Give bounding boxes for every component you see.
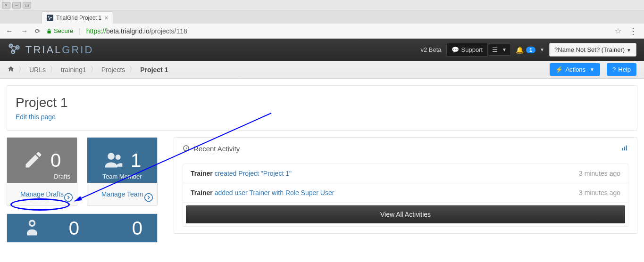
support-button[interactable]: 💬 Support: [446, 43, 488, 57]
activity-link[interactable]: added user Trainer with Role Super User: [215, 189, 335, 196]
tab-title: TrialGrid Project 1: [56, 15, 101, 21]
activity-link[interactable]: created Project "Project 1": [215, 170, 292, 177]
svg-point-11: [30, 221, 33, 225]
reload-button[interactable]: ⟳: [35, 27, 41, 35]
crumb-training1[interactable]: training1: [61, 66, 86, 74]
browser-tab[interactable]: TrialGrid Project 1 ×: [42, 11, 113, 24]
users-icon: [103, 149, 124, 172]
arrow-right-icon: [144, 193, 153, 204]
chat-icon: 💬: [452, 46, 459, 53]
nav-forward-button[interactable]: →: [20, 27, 29, 35]
svg-point-9: [145, 194, 153, 202]
extra-tile[interactable]: 0 0: [7, 213, 158, 243]
browser-menu-icon[interactable]: ⋮: [627, 26, 639, 36]
bell-icon: 🔔: [516, 46, 524, 54]
bookmark-star-icon[interactable]: ☆: [615, 26, 621, 35]
breadcrumb-bar: 〉 URLs 〉 training1 〉 Projects 〉 Project …: [0, 61, 644, 79]
drafts-count: 0: [50, 151, 61, 170]
home-icon[interactable]: [8, 66, 14, 74]
list-icon: ☰: [492, 46, 498, 53]
team-tile[interactable]: 1 Team Member Manage Team: [87, 137, 158, 206]
brand-icon: [8, 42, 21, 58]
crumb-urls[interactable]: URLs: [29, 66, 46, 74]
activity-row: Trainer added user Trainer with Role Sup…: [183, 183, 628, 203]
window-controls: × – ▢: [0, 0, 644, 10]
clock-icon: [183, 145, 190, 153]
activity-time: 3 minutes ago: [579, 170, 620, 177]
list-menu[interactable]: ☰▼: [488, 44, 511, 56]
stethoscope-icon: [22, 217, 42, 239]
manage-drafts-link[interactable]: Manage Drafts: [7, 183, 77, 205]
team-count: 1: [131, 151, 141, 170]
browser-tab-strip: TrialGrid Project 1 ×: [0, 10, 644, 24]
tab-close-icon[interactable]: ×: [104, 14, 108, 22]
tab-favicon: [47, 15, 53, 21]
window-close-button[interactable]: ×: [2, 2, 10, 8]
svg-rect-15: [626, 146, 627, 151]
activity-time: 3 minutes ago: [579, 189, 620, 196]
crumb-current: Project 1: [140, 66, 168, 74]
svg-rect-14: [624, 147, 625, 150]
extra-count-2: 0: [132, 219, 142, 237]
crumb-projects[interactable]: Projects: [101, 66, 125, 74]
question-icon: ?: [612, 66, 616, 73]
secure-indicator[interactable]: Secure: [46, 27, 73, 34]
manage-team-link[interactable]: Manage Team: [87, 183, 157, 205]
page-title: Project 1: [16, 95, 628, 110]
top-nav: TRIALGRID v2 Beta 💬 Support ☰▼ 🔔 1 ▼ ?Na…: [0, 39, 644, 61]
view-all-activities-button[interactable]: View All Activities: [186, 205, 625, 223]
drafts-label: Drafts: [54, 173, 70, 180]
bolt-icon: ⚡: [555, 66, 563, 73]
address-bar[interactable]: https://beta.trialgrid.io/projects/118: [86, 27, 187, 35]
arrow-right-icon: [64, 193, 73, 204]
activity-heading: Recent Activity: [193, 145, 240, 153]
edit-page-link[interactable]: Edit this page: [16, 113, 56, 121]
drafts-tile[interactable]: 0 Drafts Manage Drafts: [7, 137, 77, 206]
svg-point-7: [108, 153, 115, 160]
svg-rect-13: [622, 148, 623, 150]
browser-toolbar: ← → ⟳ Secure | https://beta.trialgrid.io…: [0, 24, 644, 39]
activity-row: Trainer created Project "Project 1" 3 mi…: [183, 164, 628, 183]
extra-count-1: 0: [69, 219, 79, 237]
brand-logo[interactable]: TRIALGRID: [8, 42, 93, 58]
actions-button[interactable]: ⚡ Actions▼: [550, 63, 600, 76]
svg-point-6: [65, 194, 73, 202]
chart-icon[interactable]: [621, 144, 628, 153]
window-max-button[interactable]: ▢: [23, 2, 31, 8]
project-header-card: Project 1 Edit this page: [7, 85, 637, 131]
window-min-button[interactable]: –: [12, 2, 21, 8]
recent-activity-panel: Recent Activity Trainer created Project …: [174, 137, 637, 234]
notifications-menu[interactable]: 🔔 1 ▼: [511, 43, 549, 57]
user-menu[interactable]: ?Name Not Set? (Trainer)▼: [549, 43, 636, 57]
notification-badge: 1: [526, 47, 535, 53]
beta-label: v2 Beta: [416, 43, 446, 56]
nav-back-button[interactable]: ←: [5, 27, 14, 35]
svg-point-8: [116, 155, 121, 160]
team-label: Team Member: [87, 173, 157, 180]
pencil-icon: [23, 149, 44, 172]
help-button[interactable]: ? Help: [607, 63, 636, 76]
